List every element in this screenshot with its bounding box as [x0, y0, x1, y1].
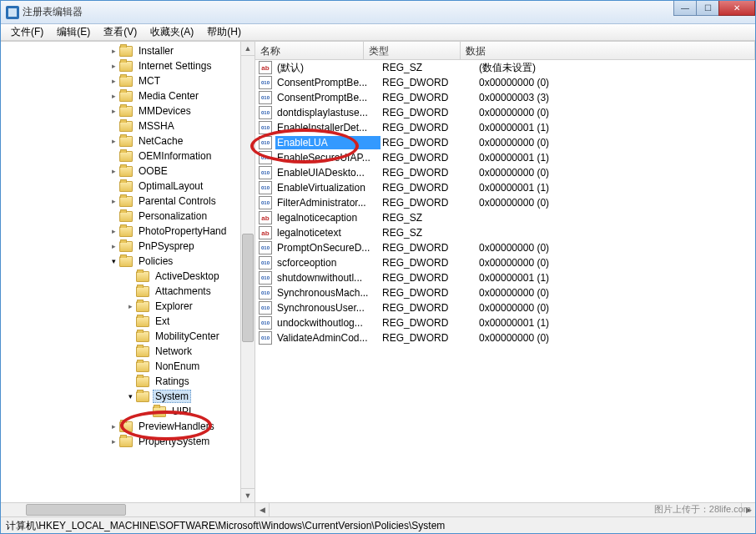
menu-file[interactable]: 文件(F) — [4, 23, 50, 41]
tree-item[interactable]: ▸PhotoPropertyHand — [1, 224, 255, 239]
expand-closed-icon[interactable]: ▸ — [126, 302, 134, 310]
tree-item[interactable]: MSSHA — [1, 118, 255, 134]
expand-closed-icon[interactable]: ▸ — [109, 437, 118, 446]
value-name: EnableLUA — [275, 136, 381, 149]
tree-item-label: Internet Settings — [136, 59, 214, 73]
value-row[interactable]: EnableLUAREG_DWORD0x00000000 (0) — [255, 135, 755, 150]
value-row[interactable]: EnableInstallerDet...REG_DWORD0x00000001… — [255, 120, 755, 135]
value-row[interactable]: legalnoticetextREG_SZ — [255, 225, 755, 240]
value-row[interactable]: (默认)REG_SZ(数值未设置) — [255, 60, 755, 75]
tree-item[interactable]: ▸MCT — [1, 73, 255, 88]
expand-closed-icon[interactable]: ▸ — [109, 167, 118, 175]
column-type[interactable]: 类型 — [364, 42, 461, 59]
value-row[interactable]: ConsentPromptBe...REG_DWORD0x00000000 (0… — [255, 75, 755, 90]
value-type: REG_DWORD — [381, 286, 477, 300]
titlebar[interactable]: 注册表编辑器 — ☐ ✕ — [1, 1, 755, 24]
folder-icon — [119, 241, 133, 252]
value-row[interactable]: EnableSecureUIAP...REG_DWORD0x00000001 (… — [255, 150, 755, 165]
tree-item[interactable]: Attachments — [1, 284, 255, 299]
tree-vertical-scrollbar[interactable]: ▲ ▼ — [240, 42, 255, 502]
tree-item-label: Parental Controls — [136, 194, 219, 208]
tree-item[interactable]: ▸Internet Settings — [1, 58, 255, 73]
tree-item[interactable]: ActiveDesktop — [1, 269, 255, 284]
expand-closed-icon[interactable]: ▸ — [109, 242, 118, 250]
value-type: REG_DWORD — [381, 331, 477, 345]
scroll-thumb-h[interactable] — [26, 504, 126, 516]
scroll-left-icon[interactable]: ◀ — [255, 503, 270, 516]
tree-item[interactable]: ▸Installer — [1, 43, 255, 58]
tree-item[interactable]: Ratings — [1, 374, 255, 389]
scroll-down-icon[interactable]: ▼ — [241, 488, 255, 502]
expand-closed-icon[interactable]: ▸ — [109, 77, 118, 85]
value-row[interactable]: scforceoptionREG_DWORD0x00000000 (0) — [255, 255, 755, 270]
value-data: 0x00000001 (1) — [477, 181, 755, 194]
tree-content[interactable]: ▸Installer▸Internet Settings▸MCT▸Media C… — [1, 42, 255, 516]
value-row[interactable]: shutdownwithoutl...REG_DWORD0x00000001 (… — [255, 270, 755, 285]
expand-closed-icon[interactable]: ▸ — [109, 107, 118, 115]
value-row[interactable]: SynchronousMach...REG_DWORD0x00000000 (0… — [255, 285, 755, 300]
value-row[interactable]: EnableUIADeskto...REG_DWORD0x00000000 (0… — [255, 165, 755, 180]
value-row[interactable]: SynchronousUser...REG_DWORD0x00000000 (0… — [255, 300, 755, 315]
menu-view[interactable]: 查看(V) — [97, 23, 144, 41]
tree-item[interactable]: OEMInformation — [1, 149, 255, 164]
value-name: ConsentPromptBe... — [275, 91, 381, 104]
tree-item[interactable]: OptimalLayout — [1, 179, 255, 194]
value-row[interactable]: undockwithoutlog...REG_DWORD0x00000001 (… — [255, 315, 755, 330]
tree-horizontal-scrollbar[interactable] — [1, 502, 255, 516]
expand-closed-icon[interactable]: ▸ — [109, 47, 118, 55]
tree-item[interactable]: Personalization — [1, 209, 255, 224]
menu-help[interactable]: 帮助(H) — [200, 23, 248, 41]
tree-item[interactable]: ▸PreviewHandlers — [1, 419, 255, 434]
expand-open-icon[interactable]: ▾ — [126, 392, 134, 400]
value-row[interactable]: EnableVirtualizationREG_DWORD0x00000001 … — [255, 180, 755, 195]
value-row[interactable]: dontdisplaylastuse...REG_DWORD0x00000000… — [255, 105, 755, 120]
expand-closed-icon[interactable]: ▸ — [109, 227, 118, 235]
value-row[interactable]: ValidateAdminCod...REG_DWORD0x00000000 (… — [255, 330, 755, 345]
tree-item[interactable]: ▸PropertySystem — [1, 434, 255, 449]
tree-item[interactable]: ▾System — [1, 389, 255, 404]
expand-closed-icon[interactable]: ▸ — [109, 197, 118, 205]
tree-item[interactable]: MobilityCenter — [1, 329, 255, 344]
value-row[interactable]: legalnoticecaptionREG_SZ — [255, 210, 755, 225]
value-row[interactable]: ConsentPromptBe...REG_DWORD0x00000003 (3… — [255, 90, 755, 105]
tree-item[interactable]: ▸MMDevices — [1, 103, 255, 118]
list-body[interactable]: (默认)REG_SZ(数值未设置)ConsentPromptBe...REG_D… — [255, 60, 755, 516]
value-type: REG_DWORD — [381, 151, 477, 164]
tree-item[interactable]: UIPI — [1, 404, 255, 419]
tree-item[interactable]: ▸PnPSysprep — [1, 239, 255, 254]
maximize-button[interactable]: ☐ — [696, 1, 719, 16]
tree-item[interactable]: NonEnum — [1, 359, 255, 374]
menu-edit[interactable]: 编辑(E) — [50, 23, 97, 41]
scroll-thumb[interactable] — [242, 234, 254, 342]
folder-icon — [136, 361, 149, 372]
tree-item[interactable]: ▾Policies — [1, 254, 255, 269]
minimize-button[interactable]: — — [673, 1, 697, 16]
expand-closed-icon[interactable]: ▸ — [109, 62, 118, 70]
column-data[interactable]: 数据 — [461, 42, 755, 59]
expand-closed-icon[interactable]: ▸ — [109, 422, 118, 431]
close-button[interactable]: ✕ — [718, 1, 755, 16]
value-row[interactable]: FilterAdministrator...REG_DWORD0x0000000… — [255, 195, 755, 210]
folder-icon — [136, 286, 149, 297]
folder-icon — [119, 136, 133, 147]
tree-item[interactable]: ▸Parental Controls — [1, 194, 255, 209]
tree-item-label: System — [153, 390, 191, 403]
menubar: 文件(F) 编辑(E) 查看(V) 收藏夹(A) 帮助(H) — [1, 24, 755, 41]
menu-favorites[interactable]: 收藏夹(A) — [144, 23, 200, 41]
statusbar: 计算机\HKEY_LOCAL_MACHINE\SOFTWARE\Microsof… — [1, 516, 755, 533]
folder-icon — [136, 316, 149, 327]
expand-open-icon[interactable]: ▾ — [109, 257, 118, 265]
expand-closed-icon[interactable]: ▸ — [109, 137, 118, 145]
tree-item[interactable]: Network — [1, 344, 255, 359]
tree-item[interactable]: ▸Media Center — [1, 88, 255, 103]
reg-dword-icon — [259, 286, 272, 300]
tree-item[interactable]: ▸Explorer — [1, 299, 255, 314]
value-row[interactable]: PromptOnSecureD...REG_DWORD0x00000000 (0… — [255, 240, 755, 255]
column-name[interactable]: 名称 — [255, 42, 364, 59]
reg-dword-icon — [259, 256, 272, 270]
tree-item[interactable]: ▸OOBE — [1, 164, 255, 179]
tree-item[interactable]: ▸NetCache — [1, 134, 255, 149]
expand-closed-icon[interactable]: ▸ — [109, 92, 118, 100]
scroll-up-icon[interactable]: ▲ — [241, 42, 255, 56]
tree-item[interactable]: Ext — [1, 314, 255, 329]
